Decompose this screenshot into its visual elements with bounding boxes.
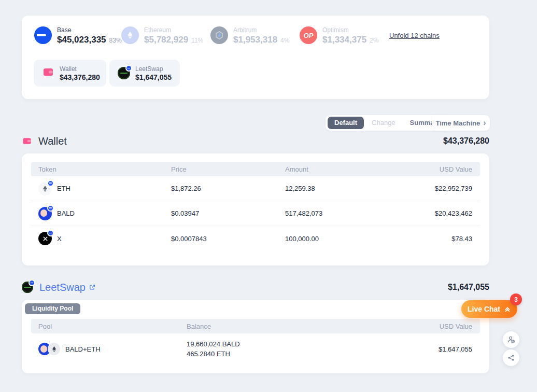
token-usd-value: $22,952,739 <box>399 185 480 192</box>
wallet-chip[interactable]: Wallet $43,376,280 <box>34 60 106 87</box>
chain-value: $1,334,375 <box>322 35 366 45</box>
col-amount: Amount <box>285 165 399 173</box>
pool-table-body: BALD+ETH 19,660,024 BALD 465.2840 ETH $1… <box>31 333 480 365</box>
base-chain-badge-icon <box>47 230 54 236</box>
token-amount: 517,482,073 <box>285 209 399 217</box>
chain-item-base[interactable]: Base $45,023,335 83% <box>34 26 122 45</box>
pool-balance-line: 19,660,024 BALD <box>187 339 371 349</box>
leetswap-section-title[interactable]: LeetSwap <box>39 282 86 293</box>
live-chat-button[interactable]: Live Chat <box>461 300 517 318</box>
col-usd-value: USD Value <box>371 323 480 330</box>
token-price: $0.03947 <box>171 209 285 217</box>
ethereum-icon <box>121 26 139 44</box>
token-price: $0.0007843 <box>171 235 285 243</box>
tab-default[interactable]: Default <box>328 117 364 129</box>
col-token: Token <box>31 165 171 173</box>
tab-change[interactable]: Change <box>365 117 402 129</box>
leetswap-section-header: LeetSwap $1,647,055 <box>22 279 489 296</box>
col-balance: Balance <box>187 323 371 330</box>
wallet-icon <box>42 66 54 80</box>
table-row: BALD $0.03947 517,482,073 $20,423,462 <box>31 201 480 226</box>
chain-name: Ethereum <box>144 26 203 34</box>
chip-label: LeetSwap <box>135 65 172 73</box>
token-symbol: BALD <box>57 209 75 217</box>
wallet-table-header: Token Price Amount USD Value <box>31 162 480 176</box>
base-chain-badge-icon <box>47 205 54 212</box>
chain-percent: 2% <box>370 37 378 44</box>
chain-value: $1,953,318 <box>233 35 277 45</box>
external-link-icon[interactable] <box>89 284 95 290</box>
unfold-chains-link[interactable]: Unfold 12 chains <box>389 32 440 39</box>
leetswap-section-total: $1,647,055 <box>448 283 489 292</box>
chip-value: $43,376,280 <box>60 73 100 81</box>
table-row: X $0.0007843 100,000.00 $78.43 <box>31 226 480 251</box>
view-tab-group: Default Change Summary <box>326 115 449 131</box>
person-block-icon <box>506 335 516 344</box>
col-usd-value: USD Value <box>399 165 480 173</box>
bald-token-icon <box>38 207 52 220</box>
wallet-table-body: ETH $1,872.26 12,259.38 $22,952,739 BALD… <box>31 176 480 251</box>
token-price: $1,872.26 <box>171 185 285 192</box>
leetswap-icon <box>22 282 33 293</box>
base-chain-badge-icon <box>47 180 54 187</box>
token-amount: 12,259.38 <box>285 185 399 192</box>
double-chevron-up-icon <box>504 305 511 313</box>
table-row: BALD+ETH 19,660,024 BALD 465.2840 ETH $1… <box>31 333 480 365</box>
chain-value: $45,023,335 <box>57 35 106 45</box>
pool-balance: 19,660,024 BALD 465.2840 ETH <box>187 339 371 359</box>
follow-user-button[interactable] <box>503 331 519 348</box>
time-machine-label: Time Machine <box>435 119 480 127</box>
token-amount: 100,000.00 <box>285 235 399 243</box>
chevron-right-icon: › <box>483 119 486 127</box>
pool-name: BALD+ETH <box>65 345 101 353</box>
base-chain-badge-icon <box>29 279 35 286</box>
chain-percent: 83% <box>109 37 122 44</box>
base-icon <box>34 26 52 44</box>
token-symbol: X <box>57 235 62 243</box>
pool-balance-line: 465.2840 ETH <box>187 349 371 359</box>
share-icon <box>507 354 515 362</box>
chain-percent: 4% <box>280 37 289 44</box>
wallet-section-total: $43,376,280 <box>443 136 489 146</box>
chain-name: Arbitrum <box>233 26 289 34</box>
table-row: ETH $1,872.26 12,259.38 $22,952,739 <box>31 176 480 201</box>
chain-summary-card: Base $45,023,335 83% Ethereum $5,782,929… <box>22 16 489 99</box>
live-chat-label: Live Chat <box>468 305 500 313</box>
col-price: Price <box>171 165 285 173</box>
chain-item-optimism[interactable]: OP Optimism $1,334,375 2% <box>300 26 378 45</box>
time-machine-button[interactable]: Time Machine › <box>432 115 490 131</box>
arbitrum-icon <box>210 26 228 44</box>
liquidity-pool-badge: Liquidity Pool <box>25 303 80 314</box>
token-usd-value: $20,423,462 <box>399 209 480 217</box>
col-pool: Pool <box>31 323 187 330</box>
chain-name: Optimism <box>322 26 378 34</box>
token-usd-value: $78.43 <box>399 235 480 243</box>
wallet-section-title: Wallet <box>38 135 67 147</box>
pool-usd-value: $1,647,055 <box>371 345 480 353</box>
leetswap-chip[interactable]: LeetSwap $1,647,055 <box>109 60 180 87</box>
chain-name: Base <box>57 26 122 34</box>
pool-table-header: Pool Balance USD Value <box>31 319 480 333</box>
chip-value: $1,647,055 <box>135 73 172 81</box>
wallet-section-header: Wallet $43,376,280 <box>22 133 489 149</box>
optimism-icon: OP <box>300 26 317 44</box>
chip-label: Wallet <box>60 65 100 73</box>
leetswap-icon <box>118 67 130 79</box>
chain-item-arbitrum[interactable]: Arbitrum $1,953,318 4% <box>210 26 289 45</box>
share-button[interactable] <box>503 349 519 366</box>
x-token-icon <box>38 232 52 245</box>
chat-notification-badge: 3 <box>510 293 522 305</box>
base-chain-badge-icon <box>125 65 132 72</box>
wallet-table-card: Token Price Amount USD Value ETH $1,872.… <box>22 153 489 265</box>
chain-value: $5,782,929 <box>144 35 188 45</box>
eth-token-icon <box>38 182 52 195</box>
wallet-icon <box>22 136 32 146</box>
chain-percent: 11% <box>191 37 203 44</box>
eth-token-icon <box>48 343 60 355</box>
chain-item-ethereum[interactable]: Ethereum $5,782,929 11% <box>121 26 203 45</box>
bald-eth-pair-icon <box>38 343 60 355</box>
token-symbol: ETH <box>57 185 70 192</box>
leetswap-table-card: Liquidity Pool Pool Balance USD Value BA… <box>22 300 489 373</box>
